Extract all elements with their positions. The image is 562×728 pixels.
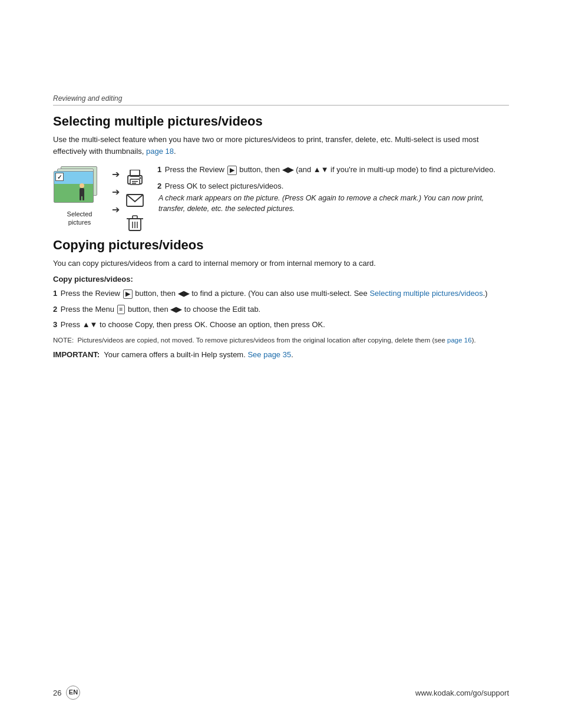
svg-point-5 <box>140 177 141 179</box>
trash-icon <box>127 214 143 236</box>
pic-card-front: ✓ <box>54 171 94 203</box>
step1-text-b: button, then ◀▶ (and ▲▼ if you're in mul… <box>237 165 495 174</box>
section-divider <box>53 105 509 106</box>
icons-column <box>125 164 144 211</box>
step1-text-a: Press the Review <box>165 165 227 174</box>
selecting-link[interactable]: Selecting multiple pictures/videos <box>369 289 482 298</box>
review-button-icon: ▶ <box>227 166 237 175</box>
footer-left: 26 EN <box>53 686 80 700</box>
section-selecting: Selecting multiple pictures/videos Use t… <box>53 114 509 227</box>
copy-step2-text-a: Press the Menu <box>61 305 117 314</box>
image-block: ✓ Selectedpictures <box>53 164 106 227</box>
copy-step1: 1 Press the Review ▶ button, then ◀▶ to … <box>53 288 509 299</box>
step2-note: A check mark appears on the picture. (Pr… <box>157 193 509 214</box>
review-button-icon-2: ▶ <box>123 289 133 299</box>
section2-title: Copying pictures/videos <box>53 238 509 253</box>
copy-step3-text: Press ▲▼ to choose Copy, then press OK. … <box>61 320 325 329</box>
arrow-right-3: ➔ <box>112 205 120 215</box>
svg-rect-3 <box>132 181 138 182</box>
envelope-icon <box>125 193 144 210</box>
page16-link[interactable]: page 16 <box>447 337 472 344</box>
section1-title: Selecting multiple pictures/videos <box>53 114 509 129</box>
page-number: 26 <box>53 689 61 697</box>
copy-step1-text-a: Press the Review <box>61 289 123 298</box>
copy-step3-num: 3 <box>53 320 57 329</box>
svg-rect-4 <box>132 183 136 184</box>
note-text: Pictures/videos are copied, not moved. T… <box>78 337 448 344</box>
important: IMPORTANT: Your camera offers a built-in… <box>53 349 509 361</box>
step2-num: 2 <box>157 182 161 190</box>
note-text2: ). <box>472 337 476 344</box>
language-badge: EN <box>66 686 80 700</box>
note: NOTE: Pictures/videos are copied, not mo… <box>53 335 509 345</box>
multi-select-area: ✓ Selectedpictures <box>53 164 509 227</box>
figure-icon <box>77 183 87 199</box>
step1-num: 1 <box>157 165 161 174</box>
arrow-right-1: ➔ <box>112 170 120 179</box>
page18-link[interactable]: page 18 <box>146 147 174 156</box>
arrows-column: ➔ ➔ ➔ <box>112 164 120 211</box>
copy-step1-num: 1 <box>53 289 57 298</box>
printer-icon <box>125 170 144 190</box>
selected-pictures-label: Selectedpictures <box>67 210 92 227</box>
copy-step2-text-b: button, then ◀▶ to choose the Edit tab. <box>125 305 260 314</box>
copy-step1-text-c: .) <box>483 289 488 298</box>
copy-subheading: Copy pictures/videos: <box>53 275 509 284</box>
steps-column: 1 Press the Review ▶ button, then ◀▶ (an… <box>150 164 509 219</box>
step2: 2 Press OK to select pictures/videos. A … <box>157 180 509 215</box>
pictures-stack: ✓ <box>54 164 105 206</box>
footer-url: www.kodak.com/go/support <box>415 689 509 697</box>
note-label: NOTE: <box>53 337 74 344</box>
step1: 1 Press the Review ▶ button, then ◀▶ (an… <box>157 164 509 176</box>
arrow-right-2: ➔ <box>112 187 120 197</box>
copy-step2-num: 2 <box>53 305 57 314</box>
step2-text: Press OK to select pictures/videos. <box>165 182 284 190</box>
copy-step3: 3 Press ▲▼ to choose Copy, then press OK… <box>53 319 509 331</box>
footer: 26 EN www.kodak.com/go/support <box>0 686 562 700</box>
section-label: Reviewing and editing <box>53 94 509 103</box>
page35-link[interactable]: See page 35 <box>247 350 291 359</box>
important-text: Your camera offers a built-in Help syste… <box>104 350 247 359</box>
page-container: Reviewing and editing Selecting multiple… <box>0 0 562 728</box>
section-copying: Copying pictures/videos You can copy pic… <box>53 238 509 361</box>
important-label: IMPORTANT: <box>53 350 100 359</box>
svg-rect-9 <box>133 216 137 219</box>
copy-step2: 2 Press the Menu ≡ button, then ◀▶ to ch… <box>53 304 509 315</box>
section1-intro: Use the multi-select feature when you ha… <box>53 134 509 157</box>
copy-step1-text-b: button, then ◀▶ to find a picture. (You … <box>133 289 370 298</box>
menu-button-icon: ≡ <box>117 305 125 314</box>
checkmark-icon: ✓ <box>55 173 64 181</box>
section2-intro: You can copy pictures/videos from a card… <box>53 258 509 269</box>
